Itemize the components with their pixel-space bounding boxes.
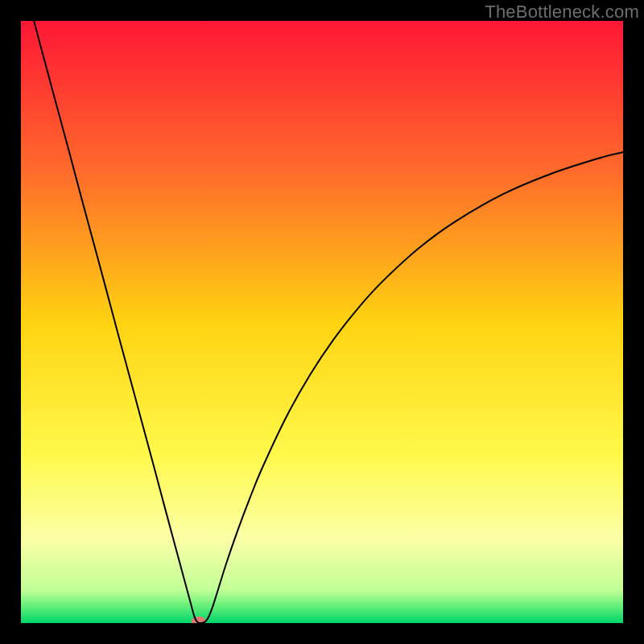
chart-background [21, 21, 623, 623]
chart-frame [21, 21, 623, 623]
watermark-text: TheBottleneck.com [485, 2, 639, 23]
chart-svg [21, 21, 623, 623]
